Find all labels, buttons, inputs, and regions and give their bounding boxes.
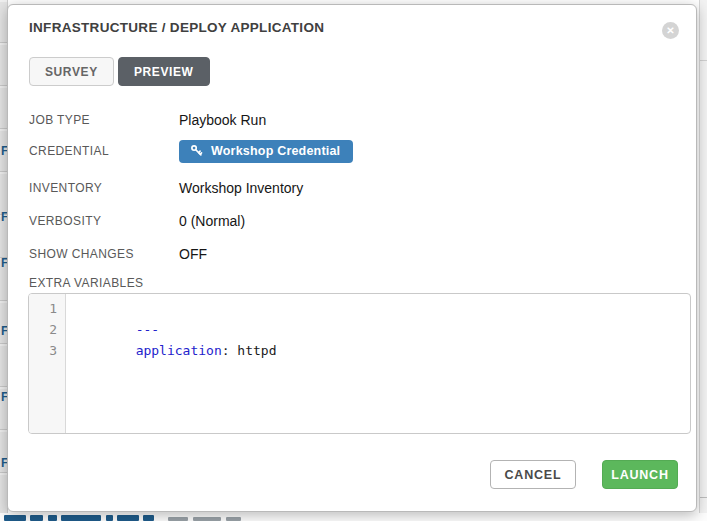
credential-label: CREDENTIAL xyxy=(29,144,179,158)
field-show-changes: SHOW CHANGES OFF xyxy=(29,243,207,265)
code-line: application: httpd xyxy=(73,319,690,340)
code-line: --- xyxy=(73,298,690,319)
cancel-button[interactable]: CANCEL xyxy=(490,460,576,489)
job-type-value: Playbook Run xyxy=(179,112,266,128)
job-type-label: JOB TYPE xyxy=(29,113,179,127)
tab-survey[interactable]: SURVEY xyxy=(29,57,114,86)
clipped-text-fragment xyxy=(117,515,139,521)
clipped-text-fragment xyxy=(48,515,57,521)
show-changes-label: SHOW CHANGES xyxy=(29,247,179,261)
modal-title: INFRASTRUCTURE / DEPLOY APPLICATION xyxy=(29,20,324,35)
cancel-button-label: CANCEL xyxy=(505,468,562,482)
clipped-text-fragment xyxy=(143,515,154,521)
tab-survey-label: SURVEY xyxy=(45,65,98,79)
tab-preview-label: PREVIEW xyxy=(134,65,194,79)
background-divider xyxy=(700,60,707,61)
clipped-text-fragment xyxy=(226,517,241,521)
yaml-text: : httpd xyxy=(222,343,277,358)
editor-line-number-gutter: 1 2 3 xyxy=(29,294,66,433)
clipped-text-fragment xyxy=(30,515,43,521)
yaml-keyword: application xyxy=(136,343,222,358)
editor-code-area[interactable]: --- application: httpd xyxy=(66,294,690,433)
field-inventory: INVENTORY Workshop Inventory xyxy=(29,177,303,199)
background-page-bottom-strip xyxy=(0,513,707,521)
clipped-text-fragment xyxy=(106,515,113,521)
field-credential: CREDENTIAL Workshop Credential xyxy=(29,140,353,162)
yaml-keyword: --- xyxy=(136,322,159,337)
credential-chip[interactable]: Workshop Credential xyxy=(179,140,353,163)
verbosity-label: VERBOSITY xyxy=(29,214,179,228)
credential-chip-label: Workshop Credential xyxy=(211,144,340,158)
verbosity-value: 0 (Normal) xyxy=(179,213,245,229)
key-icon xyxy=(190,144,203,157)
launch-button[interactable]: LAUNCH xyxy=(602,460,678,489)
close-icon[interactable]: ✕ xyxy=(662,22,679,39)
tab-preview[interactable]: PREVIEW xyxy=(118,57,210,86)
line-number: 1 xyxy=(29,298,57,319)
clipped-text-fragment xyxy=(61,515,101,521)
extra-variables-editor: 1 2 3 --- application: httpd xyxy=(28,293,691,434)
clipped-text-fragment xyxy=(168,517,188,521)
field-verbosity: VERBOSITY 0 (Normal) xyxy=(29,210,245,232)
clipped-text-fragment xyxy=(193,517,221,521)
launch-button-label: LAUNCH xyxy=(611,468,669,482)
show-changes-value: OFF xyxy=(179,246,207,262)
line-number: 2 xyxy=(29,319,57,340)
inventory-value: Workshop Inventory xyxy=(179,180,303,196)
extra-variables-label: EXTRA VARIABLES xyxy=(29,276,144,290)
background-page-right-strip xyxy=(699,0,707,521)
field-job-type: JOB TYPE Playbook Run xyxy=(29,109,266,131)
clipped-text-fragment xyxy=(4,515,26,521)
line-number: 3 xyxy=(29,340,57,361)
background-divider xyxy=(700,497,707,498)
deploy-application-modal: INFRASTRUCTURE / DEPLOY APPLICATION ✕ SU… xyxy=(7,4,697,512)
inventory-label: INVENTORY xyxy=(29,181,179,195)
